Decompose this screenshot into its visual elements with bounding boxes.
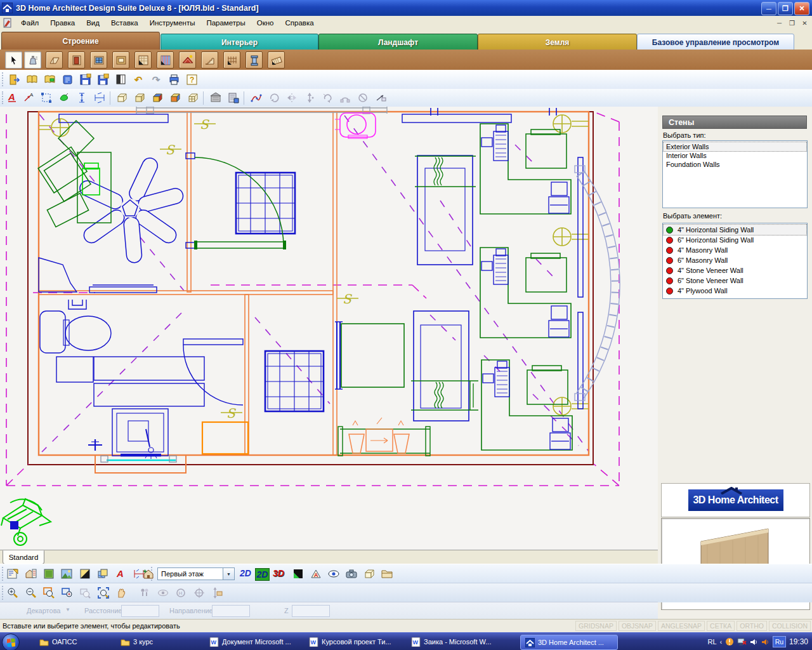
volume-icon[interactable] <box>750 638 758 646</box>
house-style-icon[interactable] <box>23 566 39 581</box>
gridsnap-indicator[interactable]: GRIDSNAP <box>575 621 617 631</box>
tab-ground[interactable]: Земля <box>478 34 637 50</box>
z-input[interactable] <box>292 605 330 617</box>
eye-icon[interactable] <box>326 566 341 581</box>
minimize-button[interactable]: ─ <box>761 2 776 15</box>
texture-letter-icon[interactable]: A <box>308 566 324 581</box>
network-error-icon[interactable] <box>737 638 747 646</box>
tray-expand-icon[interactable]: ‹ <box>720 639 722 646</box>
close-button[interactable]: ✕ <box>794 2 809 15</box>
taskbar-item[interactable]: ОАПСС <box>39 635 77 649</box>
orbit-view-icon[interactable] <box>192 585 207 600</box>
dim-horizontal-icon[interactable] <box>92 90 107 105</box>
cube-color-icon[interactable] <box>167 90 183 105</box>
column-tool-button[interactable] <box>246 51 263 69</box>
library-icon[interactable] <box>113 72 128 87</box>
view-3d-button[interactable]: 3D <box>273 568 284 578</box>
list-item[interactable]: Foundation Walls <box>664 160 806 169</box>
folder-plans-icon[interactable] <box>379 566 395 581</box>
list-item[interactable]: 6" Horizontal Siding Wall <box>664 235 806 245</box>
cube-split-icon[interactable] <box>185 90 200 105</box>
menu-insert[interactable]: Вставка <box>105 17 144 29</box>
siding-tool-button[interactable] <box>157 51 174 69</box>
language-indicator[interactable]: Ru <box>773 636 786 647</box>
exit-icon[interactable] <box>6 72 22 87</box>
floor-house-icon[interactable] <box>141 567 156 582</box>
cube-texture-icon[interactable] <box>150 90 165 105</box>
list-item[interactable]: 6" Masonry Wall <box>664 255 806 265</box>
menu-edit[interactable]: Правка <box>44 17 81 29</box>
rotate-icon[interactable] <box>266 90 282 105</box>
opening-tool-button[interactable] <box>112 51 129 69</box>
zoom-in-icon[interactable] <box>5 585 20 600</box>
zoom-object-icon[interactable] <box>60 585 75 600</box>
text-annotation-icon[interactable]: A <box>5 90 20 105</box>
camera-icon[interactable] <box>344 566 359 581</box>
list-item[interactable]: 4" Stone Veneer Wall <box>664 265 806 275</box>
tab-landscape[interactable]: Ландшафт <box>318 34 478 50</box>
help-icon[interactable]: ? <box>184 72 199 87</box>
list-item[interactable]: 4" Plywood Wall <box>664 286 806 296</box>
direction-input[interactable] <box>212 605 250 617</box>
floor-selector[interactable]: Первый этаж ▼ <box>157 567 235 580</box>
update-icon[interactable] <box>725 637 734 646</box>
mdi-close-button[interactable]: ✕ <box>799 18 810 28</box>
move-vertical-icon[interactable] <box>302 90 317 105</box>
wall-element-list[interactable]: 4" Horizontal Siding Wall 6" Horizontal … <box>662 223 808 299</box>
anglesnap-indicator[interactable]: ANGLESNAP <box>658 621 705 631</box>
taskbar-item[interactable]: W Заика - Microsoft W... <box>411 635 491 649</box>
list-item[interactable]: 4" Horizontal Siding Wall <box>664 225 806 235</box>
menu-tools[interactable]: Инструменты <box>144 17 201 29</box>
text-style-icon[interactable]: A <box>113 566 128 581</box>
drawing-canvas[interactable]: SSSS <box>0 107 658 550</box>
mdi-restore-button[interactable]: ❐ <box>787 18 797 28</box>
save-icon[interactable] <box>77 72 93 87</box>
walk-through-icon[interactable] <box>137 585 152 600</box>
tab-view-control[interactable]: Базовое управление просмотром <box>637 34 794 51</box>
landscape-preview-icon[interactable] <box>59 566 74 581</box>
select-frame-icon[interactable] <box>39 90 54 105</box>
taskbar-item[interactable]: 3 курс <box>121 635 153 649</box>
select-tool-button[interactable] <box>5 51 22 69</box>
menu-file[interactable]: Файл <box>15 17 44 29</box>
menu-window[interactable]: Окно <box>251 17 280 29</box>
menu-help[interactable]: Справка <box>279 17 319 29</box>
view-tab-standard[interactable]: Standard <box>3 550 44 564</box>
day-night-icon[interactable] <box>77 566 93 581</box>
spline-icon[interactable] <box>249 90 264 105</box>
tray-lang-left[interactable]: RL <box>708 638 717 646</box>
roof-tool-button[interactable] <box>179 51 196 69</box>
lock-icon[interactable] <box>373 90 388 105</box>
start-button[interactable] <box>2 633 20 650</box>
building-panel-icon[interactable] <box>226 90 241 105</box>
cube-wire-icon[interactable] <box>114 90 129 105</box>
render-fill-icon[interactable] <box>291 566 306 581</box>
door-tool-button[interactable] <box>68 51 85 69</box>
menu-options[interactable]: Параметры <box>200 17 251 29</box>
mdi-minimize-button[interactable]: ─ <box>774 18 785 28</box>
list-item[interactable]: Interior Walls <box>664 151 806 160</box>
mirror-icon[interactable] <box>284 90 299 105</box>
layers-icon[interactable] <box>95 566 110 581</box>
cube-view-icon[interactable] <box>362 566 377 581</box>
grid-indicator[interactable]: СЕТКА <box>707 621 735 631</box>
floor-tool-button[interactable] <box>134 51 152 69</box>
leader-arrow-icon[interactable]: A <box>21 90 36 105</box>
zoom-extents-icon[interactable] <box>96 585 111 600</box>
open-icon[interactable] <box>24 72 39 87</box>
maximize-button[interactable]: ❐ <box>778 2 793 15</box>
wall-tool-button[interactable] <box>46 51 63 69</box>
view-eye-icon[interactable] <box>155 585 171 600</box>
pan-hand-icon[interactable] <box>114 585 129 600</box>
zoom-previous-icon[interactable] <box>77 585 93 600</box>
list-item[interactable]: 4" Masonry Wall <box>664 245 806 255</box>
view-2d-active-button[interactable]: 2D <box>255 568 270 581</box>
tab-interior[interactable]: Интерьер <box>160 34 318 50</box>
wall-type-list[interactable]: Exterior Walls Interior Walls Foundation… <box>662 140 808 208</box>
redo-icon[interactable]: ↷ <box>148 72 164 87</box>
stairs-tool-button[interactable] <box>201 51 218 69</box>
undo-icon[interactable]: ↶ <box>131 72 146 87</box>
save-as-icon[interactable] <box>95 72 110 87</box>
cube-solid-icon[interactable] <box>132 90 147 105</box>
taskbar-item[interactable]: W Документ Microsoft ... <box>209 635 291 649</box>
